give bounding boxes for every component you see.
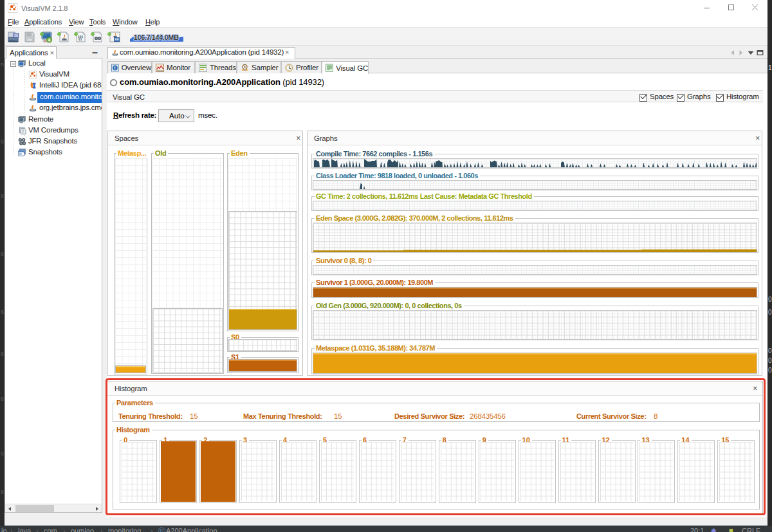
svg-text:106.7/144.0MB: 106.7/144.0MB (134, 33, 179, 41)
svg-text:01: 01 (78, 38, 82, 41)
svg-text:i: i (114, 66, 115, 71)
